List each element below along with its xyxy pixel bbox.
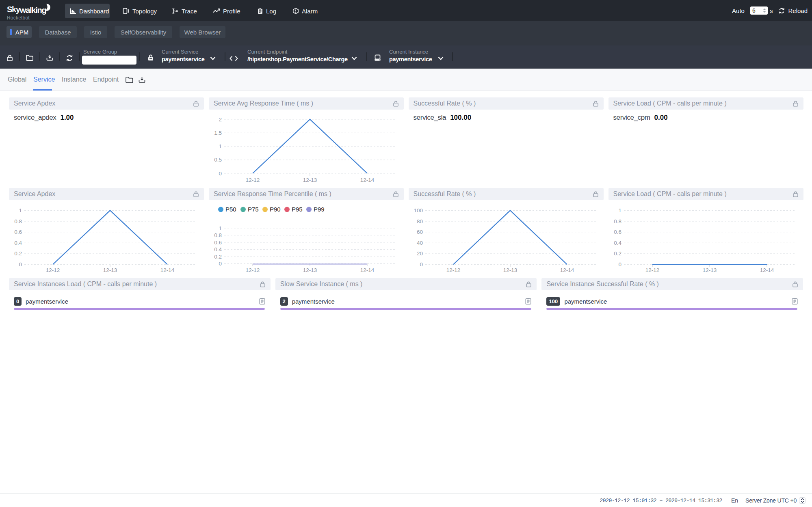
svg-text:0: 0	[618, 261, 621, 268]
svg-text:P50: P50	[225, 206, 236, 213]
svg-text:12-14: 12-14	[760, 267, 774, 273]
svg-text:P95: P95	[292, 206, 303, 213]
svg-text:40: 40	[416, 240, 422, 246]
svg-text:0: 0	[19, 261, 22, 268]
svg-text:12-13: 12-13	[103, 267, 117, 273]
svg-text:0.2: 0.2	[14, 250, 22, 257]
svg-text:12-12: 12-12	[246, 177, 260, 183]
svg-text:12-14: 12-14	[360, 177, 375, 183]
svg-text:12-13: 12-13	[503, 267, 517, 273]
svg-text:12-14: 12-14	[360, 267, 375, 273]
svg-text:P75: P75	[248, 206, 259, 213]
svg-text:12-14: 12-14	[160, 267, 175, 273]
svg-text:0.8: 0.8	[214, 232, 222, 238]
svg-text:12-14: 12-14	[560, 267, 574, 273]
svg-text:12-12: 12-12	[246, 267, 260, 273]
svg-text:2: 2	[219, 117, 222, 123]
svg-text:0.4: 0.4	[14, 240, 22, 246]
svg-text:12-13: 12-13	[303, 267, 317, 273]
svg-text:12-13: 12-13	[702, 267, 717, 273]
svg-text:1.5: 1.5	[214, 130, 222, 136]
svg-text:0: 0	[219, 261, 222, 267]
svg-text:0.6: 0.6	[614, 229, 621, 235]
svg-text:0.2: 0.2	[614, 250, 621, 257]
svg-text:P99: P99	[314, 206, 325, 213]
svg-text:20: 20	[416, 250, 422, 257]
svg-text:12-12: 12-12	[46, 267, 60, 273]
svg-text:80: 80	[416, 218, 422, 224]
svg-text:12-13: 12-13	[303, 177, 317, 183]
svg-text:12-12: 12-12	[446, 267, 460, 273]
svg-text:0.6: 0.6	[214, 239, 222, 246]
svg-text:P90: P90	[270, 206, 281, 213]
svg-text:1: 1	[219, 225, 222, 231]
svg-text:0.6: 0.6	[14, 229, 22, 235]
svg-text:0.8: 0.8	[14, 218, 22, 224]
svg-text:0.4: 0.4	[214, 246, 222, 252]
svg-text:12-12: 12-12	[645, 267, 659, 273]
svg-text:0: 0	[420, 261, 423, 268]
svg-text:60: 60	[416, 229, 422, 235]
svg-text:0.8: 0.8	[614, 218, 621, 224]
svg-text:0.2: 0.2	[214, 254, 222, 260]
svg-text:100: 100	[414, 207, 423, 214]
svg-text:0.5: 0.5	[214, 157, 222, 163]
svg-text:0: 0	[219, 170, 222, 177]
svg-text:1: 1	[19, 207, 22, 214]
svg-text:1: 1	[618, 207, 621, 214]
svg-text:1: 1	[219, 143, 222, 149]
svg-text:0.4: 0.4	[614, 240, 621, 246]
